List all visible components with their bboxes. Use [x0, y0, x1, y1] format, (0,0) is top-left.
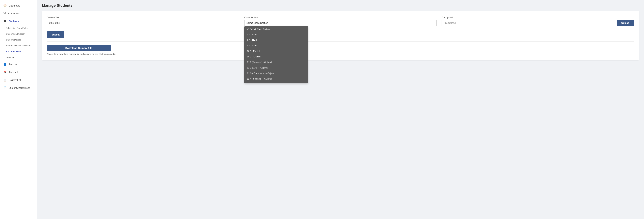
- session-year-required: *: [61, 16, 62, 18]
- upload-button[interactable]: Upload: [617, 19, 634, 26]
- file-upload-placeholder: File Upload: [444, 21, 456, 24]
- page-title: Manage Students: [42, 3, 639, 8]
- class-section-dropdown[interactable]: Select Class Section7 A - Hindi7 B - Hin…: [244, 26, 308, 83]
- dropdown-item-8a-hindi[interactable]: 8 A - Hindi: [244, 43, 308, 48]
- sidebar-item-label: Students: [9, 20, 19, 23]
- file-upload-group: File Upload * File Upload Upload: [442, 16, 634, 26]
- sidebar-sub-add-bulk-data[interactable]: Add Bulk Data: [0, 48, 37, 54]
- sidebar-item-label: Academics: [8, 12, 20, 15]
- sidebar-item-label: Student Assignment: [9, 87, 30, 89]
- class-section-label: Class Section *: [244, 16, 437, 18]
- dropdown-item-select[interactable]: Select Class Section: [244, 26, 308, 32]
- manage-students-card: Session Year * 2023-2024 Class Section *: [42, 11, 639, 60]
- sub-item-label: Students Admission: [6, 33, 25, 35]
- teacher-icon: 👤: [3, 63, 7, 66]
- dropdown-item-7b-hindi[interactable]: 7 B - Hindi: [244, 37, 308, 43]
- sidebar-item-dashboard[interactable]: 🏠 Dashboard: [0, 2, 37, 9]
- dropdown-item-7a-hindi[interactable]: 7 A - Hindi: [244, 32, 308, 37]
- sidebar-item-teacher[interactable]: 👤 Teacher: [0, 60, 37, 68]
- session-year-select[interactable]: 2023-2024: [47, 19, 239, 26]
- sidebar-item-students[interactable]: 🎓 Students: [0, 17, 37, 25]
- file-upload-row: File Upload Upload: [442, 19, 634, 26]
- home-icon: 🏠: [3, 4, 7, 7]
- dropdown-item-11b-arts-gujarati[interactable]: 11 B ( Arts ) - Gujarati: [244, 65, 308, 70]
- sidebar-item-label: Teacher: [9, 63, 17, 66]
- dropdown-item-10b-english[interactable]: 10 B - English: [244, 54, 308, 59]
- sidebar-sub-student-details[interactable]: Student Details: [0, 37, 37, 43]
- students-icon: 🎓: [3, 19, 7, 23]
- sub-item-label: Students Reset Password: [6, 44, 31, 47]
- session-year-group: Session Year * 2023-2024: [47, 16, 239, 26]
- submit-button[interactable]: Submit: [47, 31, 64, 38]
- class-section-select-wrapper: Select Class Section Select Class Sectio…: [244, 19, 437, 26]
- main-content: Manage Students Session Year * 2023-2024: [37, 0, 644, 219]
- sidebar-item-holiday-list[interactable]: 📋 Holiday List: [0, 76, 37, 84]
- sub-item-label: Admission Form Fields: [6, 27, 28, 29]
- dropdown-item-11c-commerce-gujarati[interactable]: 11 C ( Commerce ) - Gujarati: [244, 70, 308, 76]
- dropdown-item-12b-arts-gujarati[interactable]: 12 B ( Arts ) - Gujarati: [244, 82, 308, 83]
- sidebar-item-label: Holiday List: [9, 79, 21, 81]
- download-section: Download Dummy File Note :- First downlo…: [47, 45, 634, 55]
- timetable-icon: 📅: [3, 70, 7, 74]
- dropdown-item-12a-science-gujarati[interactable]: 12 A ( Science ) - Gujarati: [244, 76, 308, 82]
- sidebar-sub-guardian[interactable]: Guardian: [0, 54, 37, 60]
- sub-item-label: Student Details: [6, 38, 21, 41]
- sidebar-item-academics[interactable]: 🏛 Academics: [0, 9, 37, 17]
- class-section-select[interactable]: Select Class Section: [244, 19, 437, 26]
- submit-row: Submit: [47, 30, 634, 38]
- sidebar-item-timetable[interactable]: 📅 Timetable: [0, 68, 37, 76]
- file-upload-label: File Upload *: [442, 16, 634, 18]
- session-year-select-wrapper: 2023-2024: [47, 19, 239, 26]
- academics-icon: 🏛: [3, 12, 6, 15]
- holiday-icon: 📋: [3, 78, 7, 82]
- sidebar-item-label: Timetable: [9, 71, 19, 73]
- sidebar-item-student-assignment[interactable]: 📄 Student Assignment: [0, 84, 37, 92]
- dropdown-item-11a-science-gujarati[interactable]: 11 A ( Science ) - Gujarati: [244, 59, 308, 65]
- file-upload-required: *: [454, 16, 454, 18]
- form-row-top: Session Year * 2023-2024 Class Section *: [47, 16, 634, 26]
- sidebar: 🏠 Dashboard 🏛 Academics 🎓 Students Admis…: [0, 0, 37, 219]
- dropdown-item-10a-english[interactable]: 10 A - English: [244, 48, 308, 54]
- note-text: Note :- First download dummy file and co…: [47, 53, 634, 55]
- sidebar-sub-reset-password[interactable]: Students Reset Password: [0, 43, 37, 48]
- session-year-label: Session Year *: [47, 16, 239, 18]
- sidebar-sub-students-admission[interactable]: Students Admission: [0, 31, 37, 37]
- sidebar-item-label: Dashboard: [9, 4, 20, 7]
- file-upload-box: File Upload: [442, 19, 615, 26]
- class-section-group: Class Section * Select Class Section Sel…: [244, 16, 437, 26]
- download-dummy-file-button[interactable]: Download Dummy File: [47, 45, 111, 51]
- sidebar-sub-admission-form-fields[interactable]: Admission Form Fields: [0, 25, 37, 31]
- sub-item-label: Add Bulk Data: [6, 50, 21, 53]
- assignment-icon: 📄: [3, 86, 7, 89]
- class-section-required: *: [258, 16, 260, 18]
- sub-item-label: Guardian: [6, 56, 15, 59]
